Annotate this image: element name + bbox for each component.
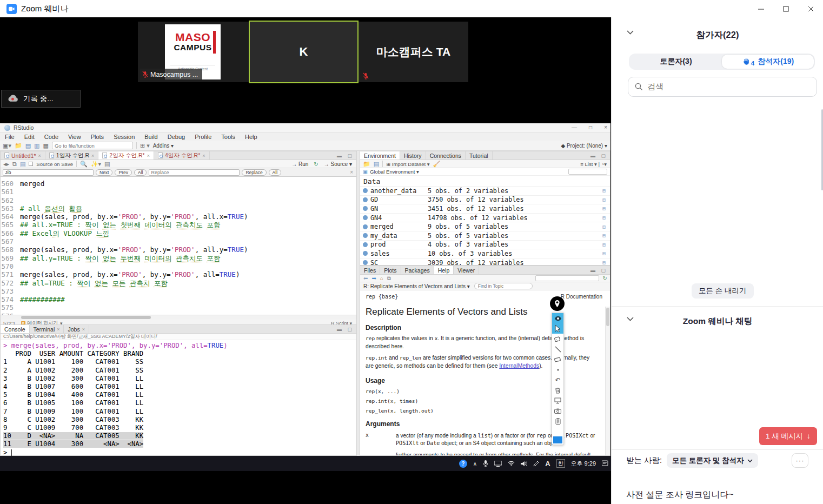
view-table-icon[interactable]: ⊞ <box>602 260 606 266</box>
undo-icon[interactable]: ↶ <box>552 375 563 385</box>
pane-minmax-icons[interactable]: ▬ ▢ <box>590 268 608 273</box>
menu-plots[interactable]: Plots <box>86 134 109 140</box>
tray-chevron-icon[interactable]: ∧ <box>473 461 477 467</box>
pen-tray-icon[interactable] <box>533 461 539 467</box>
view-table-icon[interactable]: ⊞ <box>602 242 606 248</box>
environment-object-GD[interactable]: GD3750 obs. of 12 variables⊞ <box>360 195 610 204</box>
code-tools-icon[interactable]: ✨▾ <box>91 161 101 167</box>
environment-object-GN4[interactable]: GN414798 obs. of 12 variables⊞ <box>360 213 610 222</box>
ime-mode-indicator[interactable]: A <box>545 460 550 468</box>
print-icon[interactable]: ▦ <box>43 142 48 149</box>
recipient-selector[interactable]: 모든 토론자 및 참석자 <box>667 453 758 468</box>
color-blue-selected[interactable] <box>553 436 562 443</box>
open-file-icon[interactable]: 📁 <box>15 142 22 149</box>
minimize-button[interactable] <box>748 0 773 17</box>
stamp-tool-icon[interactable] <box>552 334 563 344</box>
wifi-tray-icon[interactable] <box>508 461 515 466</box>
tab-panelists[interactable]: 토론자(3) <box>630 55 722 69</box>
tab-environment[interactable]: Environment <box>360 151 400 160</box>
view-table-icon[interactable]: ⊞ <box>602 250 606 256</box>
tab-connections[interactable]: Connections <box>426 151 466 160</box>
ime-korean-indicator[interactable]: 한 <box>556 459 565 468</box>
tab-1일자-수업-r[interactable]: 1일자 수업.R× <box>45 151 99 160</box>
menu-tools[interactable]: Tools <box>216 134 240 140</box>
view-table-icon[interactable]: ⊞ <box>602 205 606 211</box>
tab-untitled1-[interactable]: Untitled1*× <box>1 151 45 160</box>
home-icon[interactable]: ⌂ <box>380 275 383 281</box>
annotation-pin-icon[interactable] <box>550 296 565 311</box>
scope-selector[interactable]: Global Environment ▾ <box>370 169 419 175</box>
close-tab-icon[interactable]: × <box>57 327 59 332</box>
tab-viewer[interactable]: Viewer <box>454 266 479 274</box>
close-tab-icon[interactable]: × <box>91 153 94 158</box>
expand-icon[interactable] <box>363 260 368 265</box>
pane-minmax-icons[interactable]: ▬ ▢ <box>337 327 354 332</box>
back-icon[interactable]: ⬅ <box>363 275 368 281</box>
run-button[interactable]: → Run <box>291 161 308 167</box>
trash-icon[interactable] <box>552 385 563 395</box>
help-search-input[interactable] <box>535 275 599 281</box>
find-input[interactable] <box>3 169 94 176</box>
expand-icon[interactable] <box>363 251 368 256</box>
view-table-icon[interactable]: ⊞ <box>602 233 606 238</box>
tab-packages[interactable]: Packages <box>401 266 434 274</box>
maximize-button[interactable] <box>773 0 798 17</box>
view-table-icon[interactable]: ⊞ <box>602 224 606 230</box>
refresh-icon[interactable]: ↻ <box>603 275 607 281</box>
color-black[interactable] <box>558 432 563 436</box>
help-topic-title[interactable]: R: Replicate Elements of Vectors and Lis… <box>363 283 470 289</box>
recording-indicator[interactable]: 기록 중... <box>1 90 81 108</box>
tab-console[interactable]: Console <box>1 325 30 333</box>
scrollbar-thumb[interactable] <box>606 308 609 326</box>
menu-file[interactable]: File <box>0 134 19 140</box>
pen-tool-icon[interactable] <box>552 344 563 354</box>
find-all-button[interactable]: All <box>134 169 147 176</box>
close-tab-icon[interactable]: × <box>202 153 205 158</box>
source-button[interactable]: → Source ▾ <box>324 161 352 167</box>
menu-profile[interactable]: Profile <box>190 134 216 140</box>
help-tray-icon[interactable]: ? <box>459 460 467 468</box>
environment-object-sales[interactable]: sales10 obs. of 3 variables⊞ <box>360 249 610 258</box>
rerun-icon[interactable]: ↻ <box>314 161 318 167</box>
video-tile-masocampus[interactable]: MASO CAMPUS Actionable Content Masocampu… <box>138 22 249 82</box>
new-file-icon[interactable]: ▣▾ <box>3 142 11 149</box>
find-icon[interactable]: 🔍 <box>80 161 88 167</box>
tab-terminal[interactable]: Terminal× <box>30 325 64 333</box>
lower-all-hands-button[interactable]: 모든 손 내리기 <box>692 283 754 299</box>
expand-icon[interactable] <box>363 197 368 202</box>
tab-2일자-수업-r-[interactable]: 2일자 수업.R*× <box>98 151 154 160</box>
pane-minmax-icons[interactable]: ▬ ▢ <box>590 153 608 158</box>
close-tab-icon[interactable]: × <box>147 153 150 158</box>
find-prev-button[interactable]: Prev <box>115 169 131 176</box>
eraser-tool-icon[interactable] <box>552 354 563 364</box>
menu-debug[interactable]: Debug <box>163 134 190 140</box>
spotlight-eye-icon[interactable] <box>552 313 563 323</box>
expand-icon[interactable] <box>363 206 368 211</box>
popout-icon[interactable]: ⧉ <box>387 275 391 282</box>
rstudio-window-controls[interactable]: —□× <box>572 124 607 130</box>
console-output[interactable]: > merge(sales, prod, by.x='PROD', by.y='… <box>1 340 356 457</box>
expand-icon[interactable] <box>363 188 368 193</box>
chat-input-text[interactable]: 사전 설문 조사 링크입니다~ <box>626 489 734 501</box>
scrollbar-thumb[interactable] <box>21 316 151 319</box>
clear-broom-icon[interactable]: 🧹 <box>433 161 440 167</box>
expand-icon[interactable] <box>363 224 368 229</box>
popout-icon[interactable]: ⧉ <box>12 161 17 167</box>
color-magenta[interactable] <box>553 432 558 436</box>
clock[interactable]: 오후 9:29 <box>571 460 596 468</box>
color-palette[interactable] <box>552 426 563 444</box>
tab-history[interactable]: History <box>400 151 426 160</box>
volume-tray-icon[interactable] <box>521 461 527 467</box>
tab-plots[interactable]: Plots <box>380 266 401 274</box>
color-cyan[interactable] <box>553 427 558 432</box>
expand-icon[interactable] <box>363 215 368 220</box>
grid-icon[interactable]: ⊞ ▾ <box>140 142 150 149</box>
select-cursor-icon[interactable] <box>552 323 563 334</box>
menu-session[interactable]: Session <box>109 134 140 140</box>
save-icon[interactable]: ▤ <box>25 142 31 149</box>
project-selector[interactable]: ◆ Project: (None) ▾ <box>561 143 607 149</box>
compile-icon[interactable]: ▤ <box>104 161 110 167</box>
find-next-button[interactable]: Next <box>96 169 112 176</box>
save-icon[interactable]: ▤ <box>20 161 25 167</box>
close-find-icon[interactable]: × <box>350 169 353 175</box>
